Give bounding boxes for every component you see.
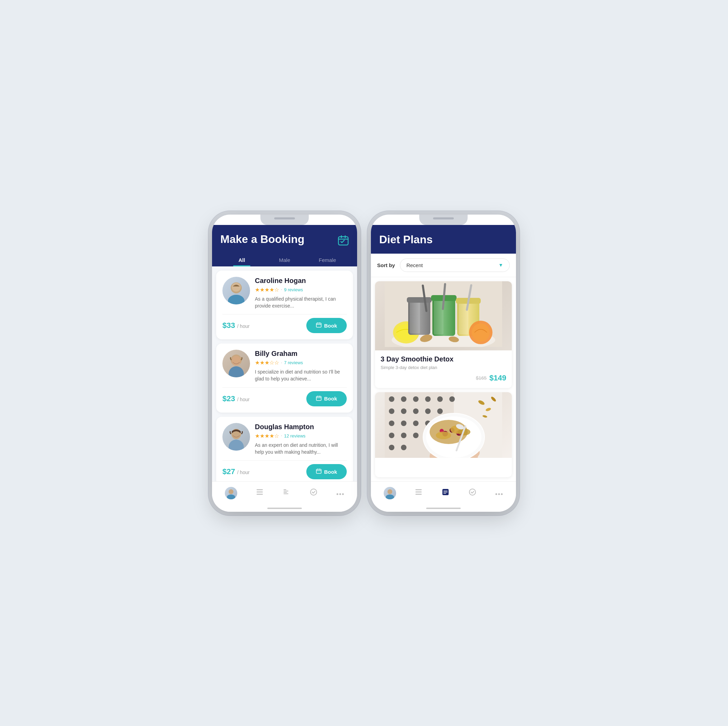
doctor-card-bottom-caroline: $33 / hour bbox=[222, 314, 347, 333]
phone-notch-2 bbox=[419, 214, 468, 225]
svg-rect-28 bbox=[283, 493, 288, 494]
avatar-douglas bbox=[222, 423, 250, 450]
nav-menu-phone1[interactable] bbox=[278, 485, 295, 501]
svg-rect-101 bbox=[416, 494, 422, 495]
svg-rect-2 bbox=[345, 235, 346, 238]
doctor-card-top-billy: Billy Graham ★★★☆☆ · 7 reviews I special… bbox=[222, 350, 347, 383]
svg-rect-40 bbox=[407, 297, 432, 303]
doctor-rating-billy: ★★★☆☆ · 7 reviews bbox=[255, 359, 347, 366]
smoothie-image bbox=[375, 281, 512, 351]
svg-point-108 bbox=[499, 493, 500, 495]
doctor-card-bottom-douglas: $27 / hour bbox=[222, 460, 347, 479]
book-label-caroline: Book bbox=[324, 323, 337, 329]
tab-male[interactable]: Male bbox=[263, 254, 306, 267]
svg-rect-24 bbox=[257, 494, 263, 495]
nav-avatar-img-phone1 bbox=[225, 487, 237, 499]
nav-list-phone2[interactable] bbox=[410, 485, 427, 501]
svg-rect-105 bbox=[444, 493, 446, 494]
svg-point-106 bbox=[470, 489, 476, 495]
tab-all[interactable]: All bbox=[220, 254, 263, 267]
list-icon-phone2 bbox=[414, 488, 423, 498]
doctor-card-caroline: Caroline Hogan ★★★★☆ · 9 reviews As a qu… bbox=[216, 271, 353, 340]
price-old-smoothie: $165 bbox=[476, 375, 486, 381]
svg-point-59 bbox=[401, 396, 407, 402]
check-icon-phone2 bbox=[468, 488, 477, 498]
nav-avatar-phone1[interactable] bbox=[221, 484, 242, 502]
sort-dropdown[interactable]: Recent ▼ bbox=[400, 259, 510, 272]
doctor-info-douglas: Douglas Hampton ★★★★☆ · 12 reviews As an… bbox=[255, 423, 347, 456]
price-unit-billy: / hour bbox=[237, 397, 250, 402]
nav-active-phone2[interactable] bbox=[437, 485, 454, 501]
svg-rect-26 bbox=[283, 491, 288, 492]
svg-point-53 bbox=[472, 323, 490, 342]
phone-notch bbox=[260, 214, 309, 225]
bottom-nav-phone2 bbox=[371, 481, 516, 505]
svg-point-63 bbox=[449, 396, 455, 402]
book-button-billy[interactable]: Book bbox=[306, 391, 347, 406]
svg-rect-12 bbox=[317, 396, 321, 400]
svg-point-69 bbox=[389, 421, 395, 426]
svg-rect-17 bbox=[317, 469, 321, 473]
dot-caroline: · bbox=[281, 286, 282, 293]
svg-rect-14 bbox=[320, 396, 320, 397]
doctor-price-caroline: $33 / hour bbox=[222, 321, 250, 330]
svg-rect-39 bbox=[410, 302, 420, 334]
nav-avatar-img-phone2 bbox=[384, 487, 396, 499]
phone-speaker-2 bbox=[433, 217, 454, 219]
bowl-image bbox=[375, 392, 512, 458]
doctor-desc-caroline: As a qualified physical therapist, I can… bbox=[255, 296, 347, 309]
home-indicator-phone2 bbox=[371, 505, 516, 512]
more-icon-phone2 bbox=[495, 489, 503, 498]
nav-more-phone2[interactable] bbox=[491, 486, 507, 500]
nav-check-phone1[interactable] bbox=[305, 485, 322, 501]
tab-female[interactable]: Female bbox=[306, 254, 349, 267]
svg-rect-19 bbox=[320, 469, 320, 470]
book-button-douglas[interactable]: Book bbox=[306, 464, 347, 479]
svg-point-31 bbox=[340, 493, 341, 495]
svg-point-98 bbox=[386, 495, 394, 499]
phone-diet: Diet Plans Sort by Recent ▼ bbox=[371, 214, 516, 512]
svg-point-58 bbox=[389, 396, 395, 402]
svg-point-65 bbox=[401, 409, 407, 414]
doctor-info-billy: Billy Graham ★★★☆☆ · 7 reviews I special… bbox=[255, 350, 347, 383]
svg-point-30 bbox=[337, 493, 338, 495]
dot-billy: · bbox=[281, 360, 282, 366]
calendar-icon bbox=[338, 234, 349, 248]
home-indicator-phone1 bbox=[212, 505, 357, 512]
price-unit-douglas: / hour bbox=[237, 470, 250, 475]
svg-point-60 bbox=[413, 396, 419, 402]
book-label-billy: Book bbox=[324, 396, 337, 401]
doctor-name-douglas: Douglas Hampton bbox=[255, 423, 347, 431]
phone-booking: Make a Booking All Male bbox=[212, 214, 357, 512]
reviews-caroline: 9 reviews bbox=[284, 287, 303, 293]
svg-point-73 bbox=[389, 433, 395, 438]
diet-card-bowl bbox=[375, 392, 512, 477]
booking-title: Make a Booking bbox=[220, 233, 304, 245]
nav-more-phone1[interactable] bbox=[332, 486, 349, 500]
doctor-name-billy: Billy Graham bbox=[255, 350, 347, 358]
svg-rect-44 bbox=[434, 300, 444, 334]
svg-rect-1 bbox=[341, 235, 342, 238]
list-icon-phone1 bbox=[255, 488, 264, 498]
nav-avatar-phone2[interactable] bbox=[379, 484, 400, 502]
svg-point-90 bbox=[436, 432, 451, 439]
nav-check-phone2[interactable] bbox=[464, 485, 481, 501]
svg-rect-27 bbox=[283, 492, 287, 493]
doctor-card-top-caroline: Caroline Hogan ★★★★☆ · 9 reviews As a qu… bbox=[222, 277, 347, 309]
check-icon-phone1 bbox=[309, 488, 318, 498]
dropdown-arrow-icon: ▼ bbox=[499, 262, 503, 268]
doctor-card-top-douglas: Douglas Hampton ★★★★☆ · 12 reviews As an… bbox=[222, 423, 347, 456]
book-button-caroline[interactable]: Book bbox=[306, 318, 347, 333]
bowl-illustration bbox=[385, 392, 502, 458]
svg-rect-23 bbox=[257, 492, 263, 493]
stars-douglas: ★★★★☆ bbox=[255, 433, 279, 439]
diet-title: Diet Plans bbox=[379, 233, 508, 246]
phone1-content: Make a Booking All Male bbox=[212, 225, 357, 512]
svg-rect-8 bbox=[320, 322, 320, 324]
nav-list-phone1[interactable] bbox=[251, 485, 268, 501]
sort-label: Sort by bbox=[377, 262, 395, 268]
more-icon-phone1 bbox=[336, 489, 344, 498]
doctor-info-caroline: Caroline Hogan ★★★★☆ · 9 reviews As a qu… bbox=[255, 277, 347, 309]
booking-list: Caroline Hogan ★★★★☆ · 9 reviews As a qu… bbox=[212, 267, 357, 481]
svg-point-11 bbox=[232, 356, 241, 366]
